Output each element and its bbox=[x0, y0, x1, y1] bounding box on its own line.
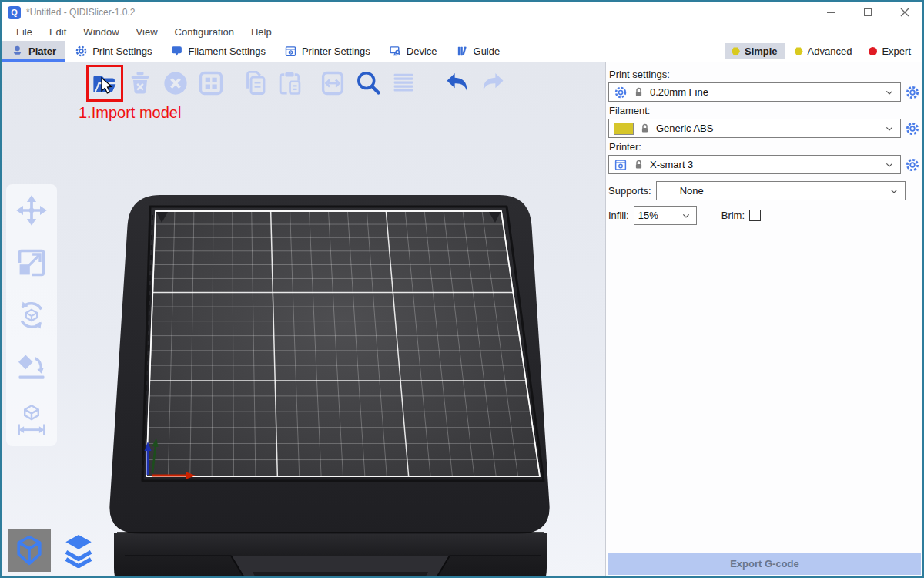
menu-view[interactable]: View bbox=[128, 26, 166, 38]
infill-label: Infill: bbox=[608, 210, 629, 221]
menu-window[interactable]: Window bbox=[75, 26, 127, 38]
edit-printer-button[interactable] bbox=[904, 156, 921, 173]
printer-label: Printer: bbox=[609, 141, 920, 153]
undo-arrow-icon bbox=[444, 69, 471, 97]
printer-icon bbox=[284, 45, 297, 58]
view-toolbar bbox=[8, 529, 100, 572]
filament-value: Generic ABS bbox=[656, 123, 878, 134]
chevron-down-icon bbox=[883, 159, 896, 171]
edit-print-settings-button[interactable] bbox=[904, 84, 921, 101]
tab-label: Device bbox=[407, 45, 437, 57]
scale-gizmo-button[interactable] bbox=[13, 244, 50, 281]
menu-edit[interactable]: Edit bbox=[41, 26, 75, 38]
brim-label: Brim: bbox=[721, 210, 745, 221]
chevron-down-icon bbox=[883, 123, 896, 135]
tab-filament-settings[interactable]: Filament Settings bbox=[161, 41, 274, 62]
infill-dropdown[interactable]: 15% bbox=[634, 206, 697, 225]
chevron-down-icon bbox=[680, 210, 692, 222]
maximize-icon bbox=[864, 8, 872, 16]
device-icon bbox=[389, 45, 402, 58]
menu-help[interactable]: Help bbox=[243, 26, 280, 38]
split-window-icon bbox=[319, 69, 346, 97]
measure-button[interactable] bbox=[13, 402, 50, 439]
advanced-mode-icon bbox=[795, 47, 803, 55]
place-on-face-icon bbox=[15, 351, 49, 385]
title-bar: Q *Untitled - QIDISlicer-1.0.2 bbox=[2, 2, 922, 23]
tab-label: Printer Settings bbox=[302, 45, 370, 57]
print-settings-label: Print settings: bbox=[609, 69, 920, 80]
move-icon bbox=[15, 193, 49, 227]
filament-dropdown[interactable]: Generic ABS bbox=[608, 119, 901, 138]
settings-panel: Print settings: 0.20mm Fine Filament: Ge… bbox=[605, 62, 922, 576]
maximize-button[interactable] bbox=[862, 7, 873, 18]
close-button[interactable] bbox=[899, 7, 910, 18]
undo-button[interactable] bbox=[440, 66, 475, 101]
variable-layer-height-button[interactable] bbox=[386, 66, 421, 101]
plater-toolbar bbox=[87, 66, 511, 101]
chevron-down-icon bbox=[883, 86, 896, 99]
tab-guide[interactable]: Guide bbox=[447, 41, 510, 62]
redo-button[interactable] bbox=[475, 66, 511, 101]
plater-icon bbox=[11, 45, 24, 58]
x-circle-icon bbox=[162, 69, 189, 97]
preview-view-button[interactable] bbox=[57, 529, 100, 572]
rotate-gizmo-button[interactable] bbox=[13, 297, 50, 334]
minimize-button[interactable] bbox=[825, 7, 836, 18]
search-button[interactable] bbox=[350, 66, 386, 101]
printer-dropdown[interactable]: X-smart 3 bbox=[608, 155, 901, 174]
scale-icon bbox=[15, 246, 49, 280]
3d-editor-view-button[interactable] bbox=[8, 529, 51, 572]
redo-arrow-icon bbox=[479, 69, 507, 97]
tab-label: Guide bbox=[474, 45, 500, 57]
edit-filament-button[interactable] bbox=[904, 120, 921, 137]
close-icon bbox=[900, 8, 909, 17]
copy-icon bbox=[240, 69, 268, 97]
measure-icon bbox=[15, 403, 49, 437]
supports-dropdown[interactable]: None bbox=[656, 181, 906, 200]
lock-icon bbox=[633, 86, 644, 98]
window-title: *Untitled - QIDISlicer-1.0.2 bbox=[26, 7, 135, 18]
brim-checkbox[interactable] bbox=[749, 210, 761, 221]
gizmo-toolbar bbox=[6, 184, 57, 446]
mode-expert[interactable]: Expert bbox=[862, 43, 918, 59]
lock-icon bbox=[633, 159, 644, 170]
simple-mode-icon bbox=[732, 47, 740, 55]
3d-viewport[interactable]: 1.Import model bbox=[2, 62, 605, 576]
filament-label: Filament: bbox=[609, 105, 920, 116]
paste-icon bbox=[276, 69, 303, 97]
tab-device[interactable]: Device bbox=[380, 41, 447, 62]
print-settings-dropdown[interactable]: 0.20mm Fine bbox=[608, 82, 901, 102]
printer-value: X-smart 3 bbox=[650, 159, 878, 170]
mode-label: Simple bbox=[745, 45, 778, 57]
mode-selector: Simple Advanced Expert bbox=[725, 41, 922, 62]
tab-bar: Plater Print Settings Filament Settings … bbox=[2, 41, 922, 62]
layers-lines-icon bbox=[390, 69, 417, 97]
place-on-face-button[interactable] bbox=[13, 349, 50, 386]
tab-printer-settings[interactable]: Printer Settings bbox=[275, 41, 380, 62]
gear-icon bbox=[905, 85, 920, 100]
menu-configuration[interactable]: Configuration bbox=[166, 26, 243, 38]
copy-button[interactable] bbox=[236, 66, 272, 101]
annotation-import-model: 1.Import model bbox=[79, 104, 181, 122]
mode-simple[interactable]: Simple bbox=[725, 43, 785, 59]
split-button[interactable] bbox=[315, 66, 350, 101]
arrange-icon bbox=[197, 69, 225, 97]
tab-print-settings[interactable]: Print Settings bbox=[65, 41, 161, 62]
arrange-button[interactable] bbox=[193, 66, 229, 101]
printer-icon bbox=[614, 158, 628, 172]
menu-bar: File Edit Window View Configuration Help bbox=[2, 23, 922, 41]
lock-icon bbox=[639, 123, 651, 134]
mode-advanced[interactable]: Advanced bbox=[788, 43, 859, 59]
minimize-icon bbox=[827, 12, 835, 13]
menu-file[interactable]: File bbox=[8, 26, 41, 38]
delete-button[interactable] bbox=[122, 66, 158, 101]
tab-plater[interactable]: Plater bbox=[2, 41, 65, 62]
filament-color-swatch bbox=[614, 123, 634, 135]
tab-label: Filament Settings bbox=[188, 45, 265, 57]
supports-value: None bbox=[661, 185, 882, 197]
paste-button[interactable] bbox=[272, 66, 307, 101]
export-gcode-button[interactable]: Export G-code bbox=[608, 553, 921, 575]
layers-stack-icon bbox=[61, 533, 96, 568]
move-gizmo-button[interactable] bbox=[13, 192, 50, 229]
delete-all-button[interactable] bbox=[158, 66, 193, 101]
